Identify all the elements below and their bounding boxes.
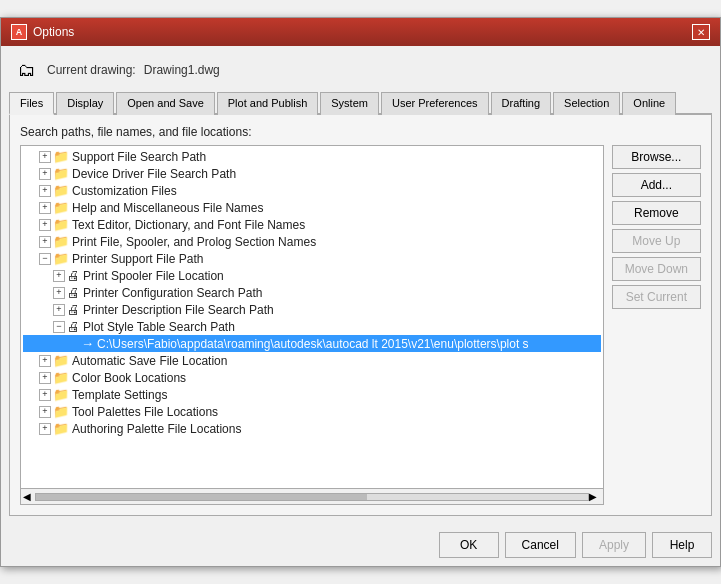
tree-item-tool-palettes[interactable]: + 📁 Tool Palettes File Locations xyxy=(23,403,601,420)
move-down-button[interactable]: Move Down xyxy=(612,257,701,281)
tree-label-auto-save: Automatic Save File Location xyxy=(72,354,227,368)
tree-item-auto-save[interactable]: + 📁 Automatic Save File Location xyxy=(23,352,601,369)
tree-item-authoring[interactable]: + 📁 Authoring Palette File Locations xyxy=(23,420,601,437)
expand-tool-palettes[interactable]: + xyxy=(39,406,51,418)
tree-label-tool-palettes: Tool Palettes File Locations xyxy=(72,405,218,419)
folder-icon-6: 📁 xyxy=(53,234,69,249)
expand-template[interactable]: + xyxy=(39,389,51,401)
tree-item-help[interactable]: + 📁 Help and Miscellaneous File Names xyxy=(23,199,601,216)
tree-item-text-editor[interactable]: + 📁 Text Editor, Dictionary, and Font Fi… xyxy=(23,216,601,233)
expand-print[interactable]: + xyxy=(39,236,51,248)
tree-item-custom[interactable]: + 📁 Customization Files xyxy=(23,182,601,199)
tree-item-spooler[interactable]: + 🖨 Print Spooler File Location xyxy=(23,267,601,284)
expand-printer-support[interactable]: − xyxy=(39,253,51,265)
expand-device[interactable]: + xyxy=(39,168,51,180)
folder-icon-10: 📁 xyxy=(53,387,69,402)
expand-auto-save[interactable]: + xyxy=(39,355,51,367)
tree-label-printer-desc: Printer Description File Search Path xyxy=(83,303,274,317)
expand-color-book[interactable]: + xyxy=(39,372,51,384)
folder-icon-7: 📁 xyxy=(53,251,69,266)
expand-help[interactable]: + xyxy=(39,202,51,214)
tree-label-printer-config: Printer Configuration Search Path xyxy=(83,286,262,300)
tree-label-print: Print File, Spooler, and Prolog Section … xyxy=(72,235,316,249)
folder-icon-4: 📁 xyxy=(53,200,69,215)
tree-scroll[interactable]: + 📁 Support File Search Path + 📁 Device … xyxy=(21,146,603,488)
tab-online[interactable]: Online xyxy=(622,92,676,115)
folder-icon-5: 📁 xyxy=(53,217,69,232)
browse-button[interactable]: Browse... xyxy=(612,145,701,169)
tab-user-prefs[interactable]: User Preferences xyxy=(381,92,489,115)
folder-icon-12: 📁 xyxy=(53,421,69,436)
tree-container: + 📁 Support File Search Path + 📁 Device … xyxy=(20,145,604,505)
tab-selection[interactable]: Selection xyxy=(553,92,620,115)
horizontal-scrollbar[interactable]: ◀ ▶ xyxy=(21,488,603,504)
cancel-button[interactable]: Cancel xyxy=(505,532,576,558)
printer-icon-3: 🖨 xyxy=(67,302,80,317)
scroll-left-btn[interactable]: ◀ xyxy=(23,491,35,502)
tab-display[interactable]: Display xyxy=(56,92,114,115)
tree-item-template[interactable]: + 📁 Template Settings xyxy=(23,386,601,403)
main-area: + 📁 Support File Search Path + 📁 Device … xyxy=(20,145,701,505)
tree-label-spooler: Print Spooler File Location xyxy=(83,269,224,283)
tree-label-plot-style: Plot Style Table Search Path xyxy=(83,320,235,334)
path-icon: → xyxy=(81,336,94,351)
window-title: Options xyxy=(33,25,74,39)
remove-button[interactable]: Remove xyxy=(612,201,701,225)
dialog-content: 🗂 Current drawing: Drawing1.dwg Files Di… xyxy=(1,46,720,566)
apply-button[interactable]: Apply xyxy=(582,532,646,558)
tab-files[interactable]: Files xyxy=(9,92,54,115)
expand-plot-style[interactable]: − xyxy=(53,321,65,333)
tree-label-template: Template Settings xyxy=(72,388,167,402)
title-bar-left: A Options xyxy=(11,24,74,40)
expand-printer-config[interactable]: + xyxy=(53,287,65,299)
current-drawing-bar: 🗂 Current drawing: Drawing1.dwg xyxy=(9,54,712,86)
tree-label-printer-support: Printer Support File Path xyxy=(72,252,203,266)
tab-system[interactable]: System xyxy=(320,92,379,115)
expand-authoring[interactable]: + xyxy=(39,423,51,435)
tree-item-device-driver[interactable]: + 📁 Device Driver File Search Path xyxy=(23,165,601,182)
expand-text[interactable]: + xyxy=(39,219,51,231)
tree-label-device: Device Driver File Search Path xyxy=(72,167,236,181)
tree-item-print-file[interactable]: + 📁 Print File, Spooler, and Prolog Sect… xyxy=(23,233,601,250)
drawing-icon: 🗂 xyxy=(15,58,39,82)
scroll-right-btn[interactable]: ▶ xyxy=(589,491,601,502)
scrollbar-track xyxy=(35,493,589,501)
tree-label-color-book: Color Book Locations xyxy=(72,371,186,385)
set-current-button[interactable]: Set Current xyxy=(612,285,701,309)
move-up-button[interactable]: Move Up xyxy=(612,229,701,253)
help-button[interactable]: Help xyxy=(652,532,712,558)
tree-item-support[interactable]: + 📁 Support File Search Path xyxy=(23,148,601,165)
printer-icon-1: 🖨 xyxy=(67,268,80,283)
add-button[interactable]: Add... xyxy=(612,173,701,197)
action-buttons: Browse... Add... Remove Move Up Move Dow… xyxy=(612,145,701,505)
expand-printer-desc[interactable]: + xyxy=(53,304,65,316)
title-bar: A Options ✕ xyxy=(1,18,720,46)
panel-label: Search paths, file names, and file locat… xyxy=(20,125,701,139)
scrollbar-thumb[interactable] xyxy=(36,494,367,500)
expand-support[interactable]: + xyxy=(39,151,51,163)
tree-label-custom: Customization Files xyxy=(72,184,177,198)
tree-item-printer-desc[interactable]: + 🖨 Printer Description File Search Path xyxy=(23,301,601,318)
tree-label-help: Help and Miscellaneous File Names xyxy=(72,201,263,215)
tab-plot-publish[interactable]: Plot and Publish xyxy=(217,92,319,115)
tree-item-plot-style[interactable]: − 🖨 Plot Style Table Search Path xyxy=(23,318,601,335)
tree-label-authoring: Authoring Palette File Locations xyxy=(72,422,241,436)
tree-label-support: Support File Search Path xyxy=(72,150,206,164)
folder-icon-3: 📁 xyxy=(53,183,69,198)
current-drawing-value: Drawing1.dwg xyxy=(144,63,220,77)
tab-bar: Files Display Open and Save Plot and Pub… xyxy=(9,92,712,115)
folder-icon: 📁 xyxy=(53,149,69,164)
tab-drafting[interactable]: Drafting xyxy=(491,92,552,115)
close-button[interactable]: ✕ xyxy=(692,24,710,40)
tab-open-save[interactable]: Open and Save xyxy=(116,92,214,115)
expand-custom[interactable]: + xyxy=(39,185,51,197)
printer-icon-4: 🖨 xyxy=(67,319,80,334)
tree-item-printer-support[interactable]: − 📁 Printer Support File Path xyxy=(23,250,601,267)
tree-item-printer-config[interactable]: + 🖨 Printer Configuration Search Path xyxy=(23,284,601,301)
folder-icon-2: 📁 xyxy=(53,166,69,181)
current-drawing-label: Current drawing: xyxy=(47,63,136,77)
tree-item-color-book[interactable]: + 📁 Color Book Locations xyxy=(23,369,601,386)
expand-spooler[interactable]: + xyxy=(53,270,65,282)
ok-button[interactable]: OK xyxy=(439,532,499,558)
tree-item-plot-path[interactable]: → C:\Users\Fabio\appdata\roaming\autodes… xyxy=(23,335,601,352)
